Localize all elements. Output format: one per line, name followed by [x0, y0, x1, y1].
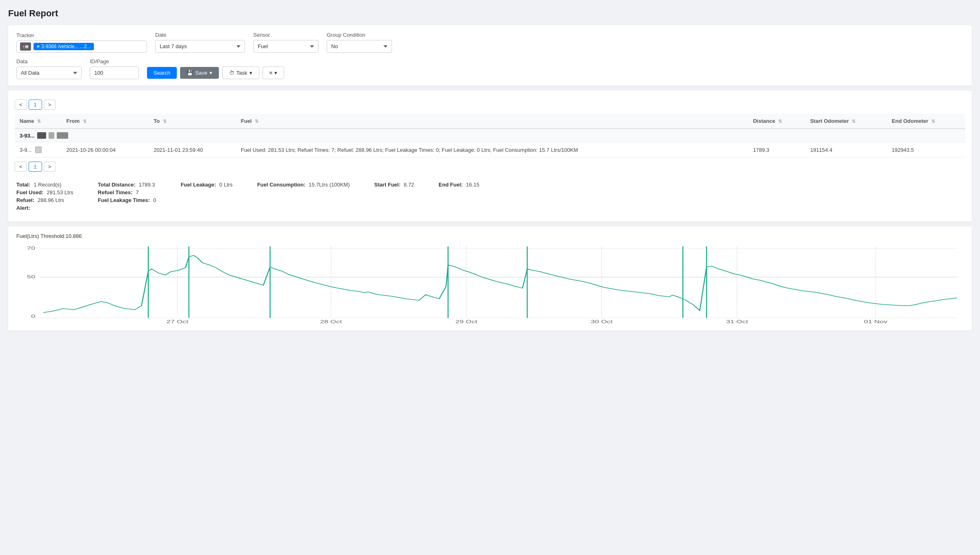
end-fuel-value: 16.15 [466, 182, 479, 188]
svg-text:31 Oct: 31 Oct [726, 319, 748, 324]
next-page-bottom-button[interactable]: > [44, 162, 56, 172]
prev-page-bottom-button[interactable]: < [15, 162, 27, 172]
from-sort-icon[interactable]: ⇅ [83, 119, 87, 124]
search-button[interactable]: Search [147, 67, 177, 79]
group-condition-select[interactable]: No [327, 40, 392, 53]
to-sort-icon[interactable]: ⇅ [163, 119, 167, 124]
prev-page-button[interactable]: < [15, 100, 27, 110]
group-name-text: 3-93... [20, 133, 35, 139]
summary-col-2: Total Distance: 1789.3 Refuel Times: 7 F… [98, 182, 156, 203]
fuel-leakage-times-value: 0 [153, 197, 156, 203]
chart-card: Fuel(Ltrs) Threshold:10.886 70 50 0 27 O… [8, 226, 972, 331]
row-name-cell: 3-9... [15, 142, 62, 158]
menu-chevron-icon: ▾ [274, 70, 277, 76]
start-fuel-value: 8.72 [404, 182, 414, 188]
name-icon-dark [37, 132, 46, 139]
pagination-bottom: < 1 > [15, 162, 965, 172]
svg-text:28 Oct: 28 Oct [320, 319, 343, 324]
tracker-remove-icon[interactable]: × [37, 44, 40, 49]
start-odometer-sort-icon[interactable]: ⇅ [852, 119, 855, 124]
total-distance-value: 1789.3 [139, 182, 155, 188]
truck-icon: 🚛 [20, 42, 31, 51]
current-page-indicator: 1 [29, 100, 42, 110]
svg-text:70: 70 [27, 246, 35, 251]
fuel-line [43, 255, 957, 313]
task-button[interactable]: ⏱ Task ▾ [222, 67, 259, 79]
start-fuel-label: Start Fuel: [374, 182, 401, 188]
fuel-used-value: 281.53 Ltrs [47, 189, 73, 195]
fuel-sort-icon[interactable]: ⇅ [255, 119, 258, 124]
id-page-input[interactable] [90, 67, 139, 79]
col-to: To ⇅ [149, 114, 236, 129]
end-odometer-sort-icon[interactable]: ⇅ [931, 119, 935, 124]
save-label: Save [195, 70, 207, 76]
fuel-used-label: Fuel Used: [16, 189, 43, 195]
sensor-filter-group: Sensor Fuel [253, 32, 318, 53]
name-icon-medium [57, 132, 68, 139]
data-select[interactable]: All Data [16, 67, 82, 79]
refuel-label: Refuel: [16, 197, 34, 203]
page-title: Fuel Report [8, 8, 972, 19]
summary-section: Total: 1 Record(s) Fuel Used: 281.53 Ltr… [15, 176, 965, 217]
name-sort-icon[interactable]: ⇅ [37, 119, 41, 124]
data-filter-group: Data All Data [16, 58, 82, 79]
refuel-value: 288.96 Ltrs [38, 197, 64, 203]
group-condition-label: Group Condition [327, 32, 392, 38]
id-page-filter-group: ID/Page [90, 58, 139, 79]
fuel-leakage-value: 0 Ltrs [219, 182, 233, 188]
table-row: 3-9... 2021-10-26 00:00:04 2021-11-01 23… [15, 142, 965, 158]
task-icon: ⏱ [229, 70, 234, 76]
date-filter-group: Date Last 7 days [155, 32, 245, 53]
id-page-label: ID/Page [90, 58, 139, 64]
save-icon: 💾 [187, 70, 193, 76]
sensor-select[interactable]: Fuel [253, 40, 318, 53]
sensor-label: Sensor [253, 32, 318, 38]
task-label: Task [236, 70, 247, 76]
row-start-odometer-cell: 191154.4 [805, 142, 887, 158]
date-label: Date [155, 32, 245, 38]
row-name-sub-text: 3-9... [20, 147, 32, 153]
distance-sort-icon[interactable]: ⇅ [778, 119, 782, 124]
fuel-leakage-times-label: Fuel Leakage Times: [98, 197, 150, 203]
fuel-consumption-label: Fuel Consumption: [257, 182, 305, 188]
pagination-top: < 1 > [15, 100, 965, 110]
chart-container: 70 50 0 27 Oct 28 Oct 29 Oct 30 Oct 31 O… [16, 242, 964, 324]
menu-icon: ≡ [270, 70, 273, 76]
fuel-chart: 70 50 0 27 Oct 28 Oct 29 Oct 30 Oct 31 O… [16, 242, 964, 324]
date-select[interactable]: Last 7 days [155, 40, 245, 53]
svg-text:30 Oct: 30 Oct [591, 319, 613, 324]
col-start-odometer: Start Odometer ⇅ [805, 114, 887, 129]
svg-text:29 Oct: 29 Oct [455, 319, 478, 324]
svg-text:50: 50 [27, 274, 35, 279]
col-from: From ⇅ [62, 114, 149, 129]
total-value: 1 Record(s) [33, 182, 61, 188]
tracker-tag[interactable]: × 3-9366 /vehicle... ...2... [33, 43, 94, 50]
summary-col-5: Start Fuel: 8.72 [374, 182, 414, 188]
refuel-times-value: 7 [136, 189, 139, 195]
menu-button[interactable]: ≡ ▾ [263, 67, 285, 79]
summary-col-3: Fuel Leakage: 0 Ltrs [180, 182, 232, 188]
summary-col-6: End Fuel: 16.15 [439, 182, 479, 188]
sub-row-name: 3-9... [20, 147, 57, 153]
fuel-report-table: Name ⇅ From ⇅ To ⇅ Fuel ⇅ Distance ⇅ [15, 114, 965, 158]
task-chevron-icon: ▾ [249, 70, 252, 76]
total-distance-label: Total Distance: [98, 182, 136, 188]
group-name-row: 3-93... [20, 132, 960, 139]
action-buttons: Search 💾 Save ▾ ⏱ Task ▾ ≡ ▾ [147, 67, 284, 79]
next-page-button[interactable]: > [44, 100, 56, 110]
sub-box-icon [35, 147, 42, 153]
end-fuel-label: End Fuel: [439, 182, 463, 188]
row-fuel-cell: Fuel Used: 281.53 Ltrs; Refuel Times: 7;… [236, 142, 748, 158]
col-fuel: Fuel ⇅ [236, 114, 748, 129]
svg-text:0: 0 [31, 314, 35, 319]
summary-col-1: Total: 1 Record(s) Fuel Used: 281.53 Ltr… [16, 182, 74, 211]
fuel-leakage-label: Fuel Leakage: [180, 182, 216, 188]
tracker-tag-value: 3-9366 /vehicle... ...2... [41, 44, 91, 49]
name-icon-light [49, 132, 54, 139]
tracker-input-container[interactable]: 🚛 × 3-9366 /vehicle... ...2... [16, 40, 147, 53]
save-button[interactable]: 💾 Save ▾ [180, 67, 219, 79]
group-header-row: 3-93... [15, 129, 965, 142]
row-to-cell: 2021-11-01 23:59:40 [149, 142, 236, 158]
tracker-filter-group: Tracker 🚛 × 3-9366 /vehicle... ...2... [16, 32, 147, 53]
col-distance: Distance ⇅ [748, 114, 805, 129]
